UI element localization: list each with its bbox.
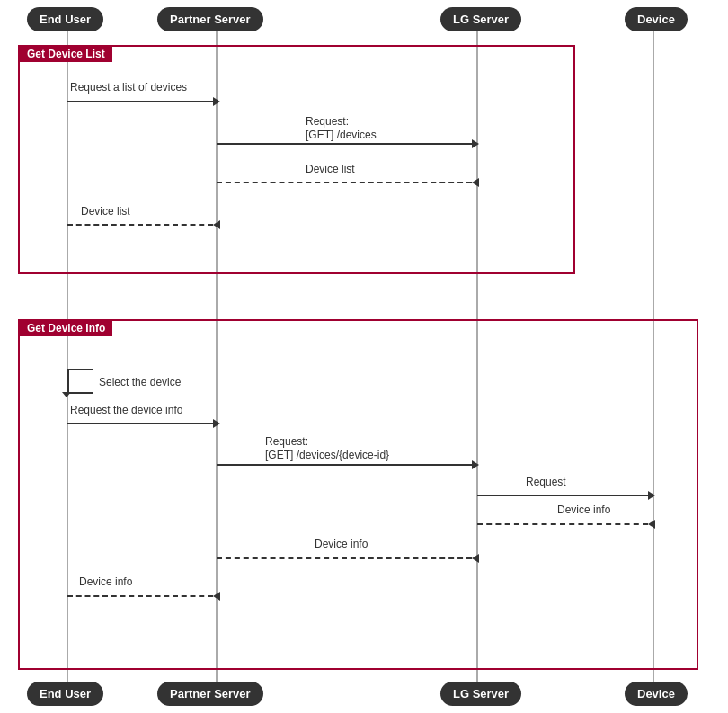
s1-arrow1-label: Request a list of devices xyxy=(70,81,187,94)
s2-arrow5-label: Device info xyxy=(315,538,368,550)
s2-arrow2-label2: [GET] /devices/{device-id} xyxy=(265,449,389,461)
s1-arrow3-label: Device list xyxy=(306,163,355,175)
top-actor-partner-server: Partner Server xyxy=(157,7,263,31)
s2-arrow2 xyxy=(217,460,479,469)
diagram-container: End User Partner Server LG Server Device… xyxy=(0,0,728,713)
s1-arrow4 xyxy=(67,220,220,229)
s2-arrow1 xyxy=(67,419,220,428)
s2-self-arrow-box xyxy=(67,369,93,394)
s2-arrow5 xyxy=(217,554,479,563)
bottom-actor-lg-server: LG Server xyxy=(440,682,521,706)
s1-arrow2-label1: Request: xyxy=(306,115,349,128)
bottom-actor-partner-server: Partner Server xyxy=(157,682,263,706)
s2-arrow6-label: Device info xyxy=(79,575,132,588)
s1-arrow4-label: Device list xyxy=(81,205,130,218)
section-get-device-list: Get Device List xyxy=(18,45,575,274)
s2-self-arrow-label: Select the device xyxy=(99,376,181,388)
top-actor-end-user: End User xyxy=(27,7,103,31)
s2-arrow1-label: Request the device info xyxy=(70,404,182,416)
s2-arrow4-label: Device info xyxy=(557,504,610,516)
s2-arrow3 xyxy=(477,491,655,500)
s2-self-arrow-head xyxy=(62,392,71,397)
section2-label: Get Device Info xyxy=(20,320,112,336)
top-actor-lg-server: LG Server xyxy=(440,7,521,31)
s2-arrow6 xyxy=(67,592,220,601)
s2-arrow4 xyxy=(477,520,655,529)
bottom-actor-end-user: End User xyxy=(27,682,103,706)
section1-label: Get Device List xyxy=(20,46,112,62)
s1-arrow2-label2: [GET] /devices xyxy=(306,129,377,141)
top-actor-device: Device xyxy=(625,7,688,31)
s1-arrow3 xyxy=(217,178,479,187)
bottom-actor-device: Device xyxy=(625,682,688,706)
s2-arrow2-label1: Request: xyxy=(265,435,308,448)
s1-arrow1 xyxy=(67,97,220,106)
s2-arrow3-label: Request xyxy=(526,476,566,488)
